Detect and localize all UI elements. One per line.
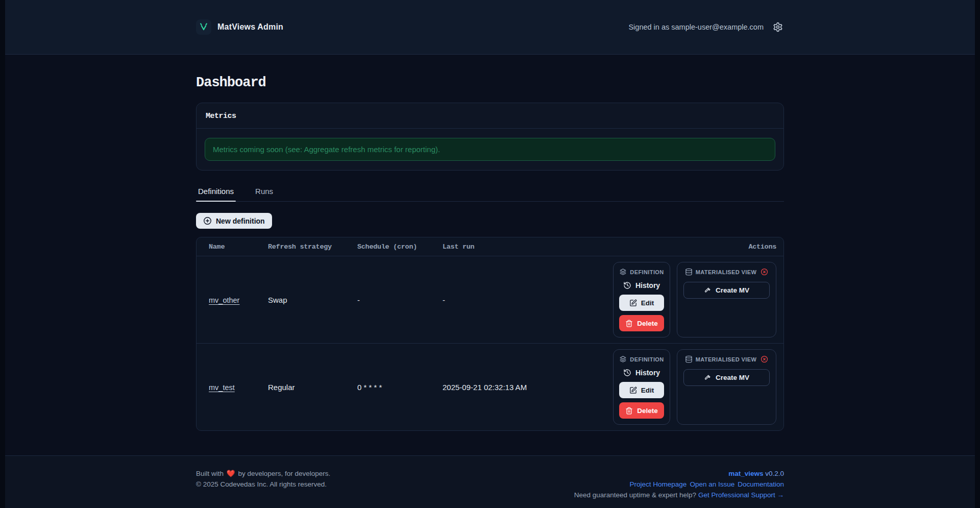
- delete-button[interactable]: Delete: [619, 402, 664, 419]
- actions-cell: DEFINITION History: [613, 256, 783, 343]
- column-header-last-run: Last run: [443, 243, 613, 251]
- history-button[interactable]: History: [623, 281, 660, 289]
- brand[interactable]: MatViews Admin: [196, 19, 283, 35]
- circle-x-icon: [761, 268, 768, 276]
- tab-definitions[interactable]: Definitions: [196, 184, 236, 201]
- top-header: MatViews Admin Signed in as sample-user@…: [5, 0, 975, 55]
- page-title: Dashboard: [196, 75, 784, 90]
- table-row: mv_test Regular 0 * * * * 2025-09-21 02:…: [197, 343, 783, 430]
- column-header-name: Name: [197, 243, 268, 251]
- trash-icon: [625, 320, 633, 327]
- top-header-inner: MatViews Admin Signed in as sample-user@…: [196, 19, 784, 35]
- metrics-card: Metrics Metrics coming soon (see: Aggreg…: [196, 103, 784, 171]
- table-row: mv_other Swap - -: [197, 256, 783, 343]
- footer-links-row: Project Homepage Open an Issue Documenta…: [630, 479, 784, 490]
- last-run-cell: -: [443, 296, 613, 304]
- refresh-strategy-cell: Swap: [268, 296, 357, 304]
- plus-circle-icon: [203, 216, 212, 225]
- heart-icon: ❤️: [226, 470, 236, 477]
- column-header-schedule: Schedule (cron): [357, 243, 443, 251]
- settings-gear-icon[interactable]: [772, 21, 784, 33]
- database-icon: [685, 355, 693, 363]
- top-header-right: Signed in as sample-user@example.com: [628, 21, 784, 33]
- materialised-view-label: MATERIALISED VIEW: [696, 269, 757, 275]
- edit-pencil-icon: [629, 386, 637, 394]
- footer-link-project-homepage[interactable]: Project Homepage: [630, 479, 687, 490]
- footer-inner: Built with ❤️ by developers, for develop…: [196, 456, 784, 501]
- footer-built-prefix: Built with: [196, 470, 224, 477]
- definition-panel-title: DEFINITION: [619, 268, 664, 276]
- materialised-view-panel: MATERIALISED VIEW: [677, 349, 776, 425]
- hammer-icon: [704, 374, 712, 381]
- materialised-view-panel: MATERIALISED VIEW: [677, 262, 776, 337]
- delete-label: Delete: [637, 407, 658, 415]
- create-mv-label: Create MV: [716, 374, 749, 381]
- create-mv-button[interactable]: Create MV: [683, 282, 770, 299]
- footer-link-open-an-issue[interactable]: Open an Issue: [690, 479, 734, 490]
- edit-label: Edit: [641, 386, 654, 394]
- definition-panel-label: DEFINITION: [630, 356, 664, 362]
- materialised-view-panel-title: MATERIALISED VIEW: [685, 355, 769, 363]
- hammer-icon: [704, 286, 712, 294]
- history-icon: [623, 369, 631, 377]
- refresh-strategy-cell: Regular: [268, 383, 357, 392]
- footer-brand-line: mat_views v0.2.0: [574, 469, 784, 479]
- metrics-title: Metrics: [206, 112, 236, 120]
- footer-support-line: Need guaranteed uptime & expert help? Ge…: [574, 490, 784, 501]
- footer-version: v0.2.0: [765, 470, 784, 477]
- delete-label: Delete: [637, 320, 658, 327]
- signed-in-text: Signed in as sample-user@example.com: [628, 23, 764, 31]
- content-container: Dashboard Metrics Metrics coming soon (s…: [196, 75, 784, 431]
- footer-right: mat_views v0.2.0 Project Homepage Open a…: [574, 469, 784, 501]
- definitions-table: Name Refresh strategy Schedule (cron) La…: [196, 237, 784, 431]
- footer-tagline: Built with ❤️ by developers, for develop…: [196, 469, 330, 479]
- tab-runs[interactable]: Runs: [253, 184, 275, 201]
- definition-name-cell: mv_test: [197, 383, 268, 392]
- new-definition-label: New definition: [216, 217, 265, 225]
- schedule-cell: -: [357, 296, 443, 304]
- definition-link-mv-test[interactable]: mv_test: [209, 383, 235, 392]
- footer-built-suffix: by developers, for developers.: [238, 470, 330, 477]
- history-label: History: [635, 369, 660, 377]
- edit-button[interactable]: Edit: [619, 295, 664, 311]
- schedule-cell: 0 * * * *: [357, 383, 443, 392]
- definition-actions-panel: DEFINITION History: [613, 262, 670, 337]
- footer-link-professional-support[interactable]: Get Professional Support →: [698, 491, 784, 499]
- create-mv-button[interactable]: Create MV: [683, 369, 770, 386]
- tab-bar: Definitions Runs: [196, 184, 784, 202]
- trash-icon: [625, 407, 633, 415]
- metrics-card-body: Metrics coming soon (see: Aggregate refr…: [197, 129, 783, 170]
- history-icon: [623, 281, 631, 289]
- definition-panel-label: DEFINITION: [630, 269, 664, 275]
- footer-copyright: © 2025 Codevedas Inc. All rights reserve…: [196, 479, 330, 490]
- table-header-row: Name Refresh strategy Schedule (cron) La…: [197, 237, 783, 256]
- definition-name-cell: mv_other: [197, 296, 268, 304]
- materialised-view-panel-title: MATERIALISED VIEW: [685, 268, 769, 276]
- matviews-logo-icon: [196, 19, 211, 35]
- footer: Built with ❤️ by developers, for develop…: [5, 455, 975, 508]
- new-definition-button[interactable]: New definition: [196, 213, 272, 229]
- last-run-cell: 2025-09-21 02:32:13 AM: [443, 383, 613, 392]
- page: MatViews Admin Signed in as sample-user@…: [5, 0, 975, 508]
- delete-button[interactable]: Delete: [619, 315, 664, 331]
- definition-actions-panel: DEFINITION History: [613, 349, 670, 425]
- definition-panel-title: DEFINITION: [619, 355, 664, 363]
- circle-x-icon: [761, 355, 768, 363]
- metrics-coming-soon-alert: Metrics coming soon (see: Aggregate refr…: [205, 138, 775, 161]
- layers-icon: [619, 355, 627, 363]
- definition-link-mv-other[interactable]: mv_other: [209, 296, 239, 304]
- database-icon: [685, 268, 693, 276]
- footer-link-documentation[interactable]: Documentation: [738, 479, 784, 490]
- metrics-card-header: Metrics: [197, 103, 783, 129]
- edit-button[interactable]: Edit: [619, 382, 664, 398]
- main-content: Dashboard Metrics Metrics coming soon (s…: [5, 55, 975, 455]
- history-button[interactable]: History: [623, 369, 660, 377]
- create-mv-label: Create MV: [716, 286, 749, 294]
- footer-support-prefix: Need guaranteed uptime & expert help?: [574, 491, 696, 499]
- edit-label: Edit: [641, 299, 654, 307]
- materialised-view-label: MATERIALISED VIEW: [696, 356, 757, 362]
- history-label: History: [635, 281, 660, 289]
- footer-brand-link[interactable]: mat_views: [728, 470, 763, 477]
- column-header-refresh-strategy: Refresh strategy: [268, 243, 357, 251]
- definitions-toolbar: New definition: [196, 213, 784, 229]
